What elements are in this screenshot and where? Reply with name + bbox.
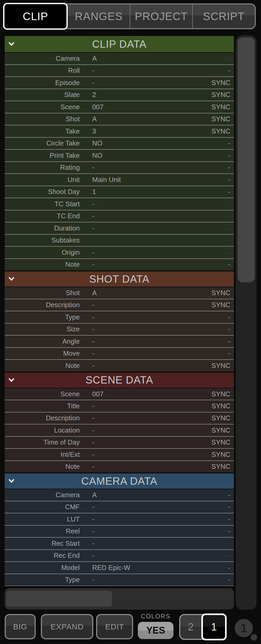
tab-script[interactable]: SCRIPT: [193, 4, 255, 28]
row-label: CMF: [5, 503, 80, 511]
row-sync-status: -: [205, 337, 234, 345]
row-label: Unit: [5, 176, 80, 184]
table-row[interactable]: Duration--: [5, 222, 234, 234]
row-label: Note: [5, 362, 80, 370]
row-sync-status: -: [205, 260, 234, 269]
scrollbar-track[interactable]: [236, 35, 257, 610]
table-row[interactable]: Print TakeNO-: [5, 149, 234, 161]
row-label: Description: [5, 301, 80, 309]
row-sync-status: -: [205, 313, 234, 321]
section-header[interactable]: SHOT DATA: [5, 270, 234, 287]
row-value: 007: [92, 390, 205, 398]
row-label: Scene: [5, 103, 80, 111]
row-sync-status: SYNC: [205, 91, 234, 99]
row-sync-status: SYNC: [205, 414, 234, 422]
row-value: -: [92, 248, 205, 257]
table-row[interactable]: ShotASYNC: [5, 113, 234, 125]
table-row[interactable]: Note--: [5, 258, 234, 271]
row-label: Note: [5, 463, 80, 471]
tab-ranges[interactable]: RANGES: [68, 4, 130, 28]
chevron-down-icon: [8, 378, 15, 382]
table-row[interactable]: Circle TakeNO-: [5, 137, 234, 149]
tab-clip[interactable]: CLIP: [3, 3, 68, 30]
table-row[interactable]: Rec Start--: [5, 537, 234, 549]
row-label: Int/Ext: [5, 451, 80, 459]
table-row[interactable]: Scene007SYNC: [5, 388, 234, 400]
colors-toggle-button[interactable]: YES: [138, 622, 173, 639]
table-row[interactable]: Origin--: [5, 246, 234, 258]
table-row[interactable]: Angle--: [5, 335, 234, 347]
row-value: -: [92, 414, 205, 422]
table-row[interactable]: Shoot Day1-: [5, 186, 234, 198]
row-sync-status: -: [205, 325, 234, 333]
table-row[interactable]: CMF--: [5, 501, 234, 513]
note-input-bar: [5, 588, 234, 610]
table-row[interactable]: TC End--: [5, 210, 234, 222]
table-row[interactable]: CameraA-: [5, 52, 234, 64]
row-value: 007: [92, 103, 205, 111]
big-button[interactable]: BIG: [5, 614, 36, 639]
row-value: -: [92, 66, 205, 75]
text-input[interactable]: [6, 591, 112, 607]
table-row[interactable]: ShotASYNC: [5, 287, 234, 299]
row-value: A: [92, 54, 205, 63]
table-row[interactable]: LUT--: [5, 513, 234, 525]
table-row[interactable]: Reel--: [5, 525, 234, 537]
table-row[interactable]: ModelRED Epic-W-: [5, 561, 234, 574]
row-label: Size: [5, 325, 80, 333]
table-row[interactable]: UnitMain Unit-: [5, 173, 234, 186]
row-label: Circle Take: [5, 139, 80, 147]
table-row[interactable]: Int/Ext-SYNC: [5, 448, 234, 460]
table-row[interactable]: Rec End--: [5, 549, 234, 562]
page-badge[interactable]: 1: [235, 619, 253, 637]
row-value: RED Epic-W: [92, 564, 205, 572]
table-row[interactable]: Note-SYNC: [5, 359, 234, 372]
table-row[interactable]: Slate2SYNC: [5, 89, 234, 101]
table-row[interactable]: Type--: [5, 574, 234, 586]
row-sync-status: -: [205, 503, 234, 511]
table-row[interactable]: Subtakes-: [5, 234, 234, 246]
row-sync-status: SYNC: [205, 390, 234, 398]
row-sync-status: SYNC: [205, 79, 234, 87]
tab-project[interactable]: PROJECT: [130, 4, 193, 28]
table-row[interactable]: Title-SYNC: [5, 400, 234, 412]
table-row[interactable]: Scene007SYNC: [5, 101, 234, 113]
scrollbar-thumb[interactable]: [238, 37, 255, 282]
row-value: -: [92, 438, 205, 446]
section-header[interactable]: SCENE DATA: [5, 372, 234, 388]
tab-project-label: PROJECT: [135, 10, 188, 23]
section-title: SCENE DATA: [85, 374, 153, 386]
table-row[interactable]: Take3SYNC: [5, 125, 234, 137]
row-label: Description: [5, 414, 80, 422]
table-row[interactable]: Type--: [5, 311, 234, 323]
table-row[interactable]: Note-SYNC: [5, 460, 234, 473]
expand-button[interactable]: EXPAND: [41, 614, 93, 639]
table-row[interactable]: Size--: [5, 323, 234, 335]
table-row[interactable]: Rating--: [5, 161, 234, 174]
section-title: CLIP DATA: [92, 38, 146, 50]
segment-option-2[interactable]: 2: [180, 615, 201, 639]
row-label: Print Take: [5, 151, 80, 160]
segment-option-1[interactable]: 1: [201, 613, 227, 640]
row-value: -: [92, 349, 205, 357]
row-sync-status: -: [205, 163, 234, 172]
table-row[interactable]: Description-SYNC: [5, 299, 234, 311]
row-value: -: [92, 79, 205, 87]
table-row[interactable]: Move--: [5, 347, 234, 360]
table-row[interactable]: Roll--: [5, 64, 234, 77]
section-header[interactable]: CAMERA DATA: [5, 472, 234, 489]
row-sync-status: -: [205, 66, 234, 75]
table-row[interactable]: Time of Day-SYNC: [5, 436, 234, 448]
row-value: Main Unit: [92, 176, 205, 184]
row-label: Shot: [5, 115, 80, 123]
row-value: -: [92, 337, 205, 345]
section-header[interactable]: CLIP DATA: [5, 36, 234, 52]
table-row[interactable]: Location-SYNC: [5, 424, 234, 436]
table-row[interactable]: Episode-SYNC: [5, 76, 234, 89]
row-label: Type: [5, 313, 80, 321]
section-title: CAMERA DATA: [81, 475, 157, 487]
table-row[interactable]: CameraA-: [5, 489, 234, 501]
table-row[interactable]: TC Start--: [5, 198, 234, 210]
table-row[interactable]: Description-SYNC: [5, 412, 234, 424]
edit-button[interactable]: EDIT: [96, 614, 133, 639]
